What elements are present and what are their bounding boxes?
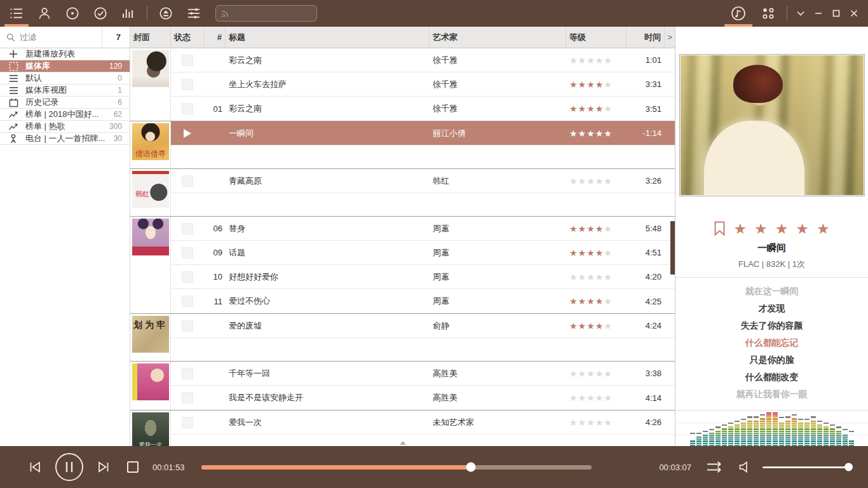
previous-button[interactable] (27, 459, 43, 475)
track-row[interactable]: 坐上火车去拉萨徐千雅★★★★★3:31 (171, 72, 675, 97)
track-row[interactable]: 青藏高原韩红★★★★★3:26 (171, 169, 675, 193)
search-input[interactable] (234, 9, 312, 18)
col-header-more[interactable]: > (665, 27, 675, 48)
track-row[interactable]: 彩云之南徐千雅★★★★★1:01 (171, 48, 675, 72)
star-icon[interactable]: ★ (796, 222, 809, 236)
track-row[interactable]: 爱我一次未知艺术家★★★★★4:26 (171, 410, 675, 435)
track-row[interactable]: 千年等一回高胜美★★★★★3:38 (171, 362, 675, 386)
track-row[interactable]: 一瞬间丽江小倩★★★★★-1:14 (171, 121, 675, 146)
track-row[interactable]: 01彩云之南徐千雅★★★★★3:51 (171, 97, 675, 121)
music-note-circle-icon[interactable] (722, 0, 754, 27)
now-playing-stars[interactable]: ★★★★★ (733, 222, 829, 236)
status-checkbox[interactable] (182, 392, 193, 403)
album-cover[interactable] (132, 363, 169, 400)
star-icon[interactable]: ★ (754, 222, 768, 236)
check-circle-icon[interactable] (86, 0, 114, 27)
track-rating[interactable]: ★★★★★ (566, 241, 627, 264)
star-icon[interactable]: ★ (775, 222, 789, 236)
col-header-cover[interactable]: 封面 (130, 27, 171, 48)
track-rating[interactable]: ★★★★★ (566, 410, 627, 434)
col-header-rating[interactable]: 等级 (566, 27, 627, 48)
sidebar-item[interactable]: 历史记录6 (0, 97, 130, 109)
stop-button[interactable] (126, 460, 140, 474)
status-checkbox[interactable] (182, 55, 193, 66)
track-rating[interactable]: ★★★★★ (566, 72, 627, 96)
star-icon[interactable]: ★ (733, 222, 747, 236)
track-rating[interactable]: ★★★★★ (566, 314, 627, 337)
status-checkbox[interactable] (182, 223, 193, 234)
sliders-icon[interactable] (180, 0, 208, 27)
maximize-button[interactable] (827, 0, 845, 27)
status-checkbox[interactable] (182, 320, 193, 332)
album-cover[interactable]: 爱我一次 (132, 412, 169, 446)
spectrum-bar (722, 424, 727, 446)
user-icon[interactable] (31, 0, 58, 27)
speaker-icon[interactable] (737, 459, 752, 475)
col-header-number[interactable]: # (204, 27, 226, 48)
minimize-button[interactable] (810, 0, 827, 27)
track-row[interactable]: 我是不是该安静走开高胜美★★★★★4:14 (171, 386, 675, 410)
seek-slider[interactable] (201, 465, 592, 470)
status-checkbox[interactable] (182, 103, 193, 114)
star-icon: ★ (604, 55, 612, 65)
seek-thumb[interactable] (466, 463, 475, 472)
track-rating[interactable]: ★★★★★ (566, 97, 627, 121)
track-rating[interactable]: ★★★★★ (566, 362, 627, 385)
sidebar-item[interactable]: 媒体库120 (0, 60, 130, 72)
vertical-scrollbar-thumb[interactable] (670, 221, 675, 274)
col-header-title[interactable]: 标题 (226, 27, 430, 48)
track-row[interactable]: 11爱过不伤心周蕙★★★★★4:25 (171, 289, 675, 313)
track-row[interactable]: 09话题周蕙★★★★★4:51 (171, 241, 675, 265)
chevron-down-icon[interactable] (792, 0, 810, 27)
track-rating[interactable]: ★★★★★ (566, 289, 627, 313)
status-checkbox[interactable] (182, 368, 193, 379)
sidebar-item[interactable]: 榜单 | 热歌300 (0, 121, 130, 133)
track-row[interactable]: 爱的废墟俞静★★★★★4:24 (171, 314, 675, 338)
close-button[interactable] (845, 0, 863, 27)
album-cover[interactable] (132, 50, 169, 87)
sidebar-item[interactable]: 媒体库视图1 (0, 85, 130, 97)
track-rating[interactable]: ★★★★★ (566, 121, 627, 145)
search-box[interactable] (215, 5, 317, 22)
track-rating[interactable]: ★★★★★ (566, 265, 627, 288)
status-checkbox[interactable] (182, 247, 193, 259)
disc-icon[interactable] (58, 0, 86, 27)
shuffle-icon[interactable] (705, 459, 724, 475)
col-header-status[interactable]: 状态 (171, 27, 204, 48)
next-button[interactable] (95, 459, 112, 475)
star-icon: ★ (595, 128, 604, 139)
track-rating[interactable]: ★★★★★ (566, 169, 627, 193)
status-checkbox[interactable] (182, 79, 193, 90)
col-header-artist[interactable]: 艺术家 (430, 27, 566, 48)
dots-grid-icon[interactable] (754, 0, 782, 27)
track-rating[interactable]: ★★★★★ (566, 217, 627, 240)
track-row[interactable]: 06替身周蕙★★★★★5:48 (171, 217, 675, 241)
queue-list-icon[interactable] (3, 0, 31, 27)
col-header-time[interactable]: 时间 (627, 27, 665, 48)
sidebar-item[interactable]: 新建播放列表 (0, 48, 130, 60)
volume-slider[interactable] (763, 466, 851, 468)
track-time: 4:14 (627, 386, 665, 410)
status-checkbox[interactable] (182, 417, 193, 428)
filter-row[interactable]: 过滤 7 (0, 27, 130, 48)
album-cover[interactable]: 倩语倩寻 (132, 123, 169, 160)
track-status (171, 386, 204, 410)
track-row[interactable]: 10好想好好爱你周蕙★★★★★4:20 (171, 265, 675, 289)
volume-thumb[interactable] (844, 463, 853, 471)
bookmark-icon[interactable] (714, 221, 726, 236)
sidebar-item[interactable]: 电台 | 一人一首招牌...30 (0, 133, 130, 145)
track-rating[interactable]: ★★★★★ (566, 386, 627, 410)
status-checkbox[interactable] (182, 295, 193, 307)
sidebar-item[interactable]: 榜单 | 2018中国好...62 (0, 109, 130, 121)
pause-button[interactable] (55, 452, 84, 482)
sidebar-item[interactable]: 默认0 (0, 72, 130, 85)
star-icon[interactable]: ★ (817, 222, 830, 236)
album-cover[interactable]: 划为牢 (132, 316, 169, 353)
album-cover[interactable] (132, 219, 169, 255)
eject-circle-icon[interactable] (152, 0, 180, 27)
album-cover[interactable]: 韩红 (132, 171, 169, 208)
status-checkbox[interactable] (182, 175, 193, 187)
status-checkbox[interactable] (182, 271, 193, 283)
track-rating[interactable]: ★★★★★ (566, 48, 627, 72)
equalizer-bars-icon[interactable] (114, 0, 142, 27)
